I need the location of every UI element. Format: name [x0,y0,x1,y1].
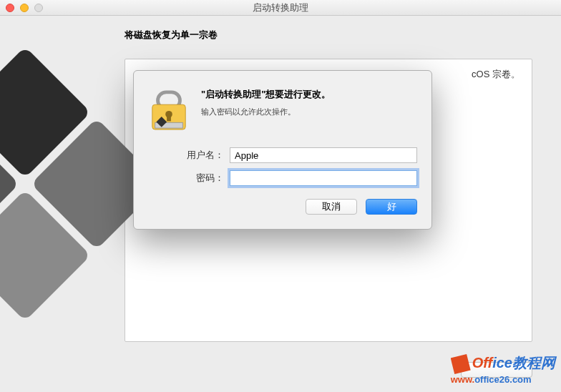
panel-text-fragment: cOS 宗卷。 [472,68,520,81]
auth-dialog: "启动转换助理"想要进行更改。 输入密码以允许此次操作。 用户名： 密码： 取消… [133,70,432,230]
username-field[interactable] [230,147,417,163]
page-heading: 将磁盘恢复为单一宗卷 [125,29,561,41]
watermark-text: Off [472,355,493,371]
main-area: 将磁盘恢复为单一宗卷 cOS 宗卷。 [0,16,561,392]
ok-button[interactable]: 好 [366,199,417,215]
close-icon[interactable] [6,4,14,12]
watermark-url: office26.com [474,374,531,385]
zoom-icon [34,4,43,12]
password-label: 密码： [170,172,224,185]
titlebar: 启动转换助理 [0,0,561,16]
lock-icon [148,85,190,136]
minimize-icon[interactable] [20,4,29,12]
watermark: Office教程网 www.office26.com [451,353,555,385]
auth-subtitle: 输入密码以允许此次操作。 [201,107,417,117]
watermark-text: ice教程网 [492,355,555,371]
window-title: 启动转换助理 [0,1,561,14]
password-field[interactable] [230,170,417,186]
watermark-logo-icon [451,354,471,374]
cancel-button[interactable]: 取消 [306,199,357,215]
svg-rect-4 [167,116,171,122]
username-label: 用户名： [170,149,224,162]
auth-title: "启动转换助理"想要进行更改。 [201,88,417,101]
watermark-url: www. [451,374,474,385]
traffic-lights [6,4,43,12]
